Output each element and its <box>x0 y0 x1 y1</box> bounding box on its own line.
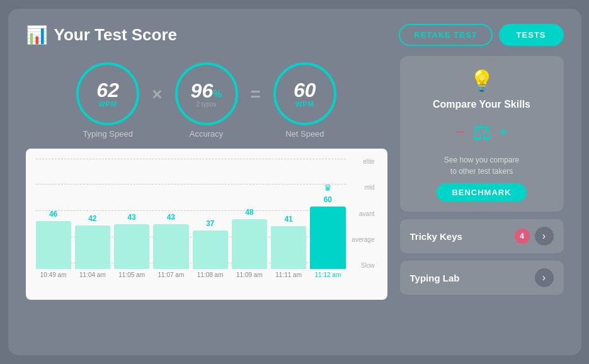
bar-4 <box>193 230 228 269</box>
wpm-label: Typing Speed <box>83 129 133 139</box>
retake-test-button[interactable]: RETAKE TEST <box>399 24 492 46</box>
bar-7 <box>310 207 345 269</box>
x-label-0: 10:49 am <box>36 271 71 278</box>
compare-description: See how you compareto other test takers <box>444 154 519 177</box>
main-card: 📊 Your Test Score RETAKE TEST TESTS 62 W… <box>8 9 581 355</box>
scale-icon: ⚖ <box>472 119 492 145</box>
bar-group-3: 43 <box>153 199 188 269</box>
header-buttons: RETAKE TEST TESTS <box>399 24 563 46</box>
bar-value-7: 60 <box>324 195 332 204</box>
bar-value-6: 41 <box>284 215 292 224</box>
typing-lab-row: Typing Lab › <box>400 261 564 295</box>
score-row: 62 WPM Typing Speed × 96 % 2 typos <box>26 56 387 139</box>
bar-2 <box>114 224 149 269</box>
tricky-keys-badge: 4 <box>515 229 530 244</box>
tricky-keys-row: Tricky Keys 4 › <box>400 219 564 253</box>
right-panel: 💡 Compare Your Skills − ⚖ + See how you … <box>400 56 564 300</box>
equals-operator: = <box>251 84 261 105</box>
chart-bars: 46424343374841♛60 <box>36 159 377 269</box>
bar-group-6: 41 <box>271 201 306 269</box>
tricky-keys-arrow[interactable]: › <box>535 227 554 246</box>
bar-0 <box>36 221 71 269</box>
accuracy-typos: 2 typos <box>196 101 216 108</box>
compare-scale: − ⚖ + <box>456 119 508 145</box>
net-label: Net Speed <box>285 129 324 139</box>
bar-3 <box>153 224 188 269</box>
wpm-value: 62 <box>96 80 119 100</box>
x-label-5: 11:09 am <box>232 271 267 278</box>
accuracy-pct: % <box>213 89 222 100</box>
bar-value-3: 43 <box>167 213 175 222</box>
bar-group-1: 42 <box>75 200 110 269</box>
x-label-4: 11:08 am <box>193 271 228 278</box>
net-value: 60 <box>294 80 316 100</box>
bar-6 <box>271 226 306 269</box>
typing-lab-arrow[interactable]: › <box>535 268 554 287</box>
wpm-unit: WPM <box>98 100 117 108</box>
accuracy-score-item: 96 % 2 typos Accuracy <box>175 62 238 139</box>
bar-value-5: 48 <box>245 208 253 217</box>
bar-value-0: 46 <box>49 210 57 219</box>
tests-button[interactable]: TESTS <box>499 24 564 46</box>
bar-group-2: 43 <box>114 199 149 269</box>
tricky-keys-label: Tricky Keys <box>410 231 462 242</box>
bar-group-7: ♛60 <box>310 183 345 269</box>
multiply-operator: × <box>152 84 162 105</box>
minus-icon: − <box>456 124 464 140</box>
chart-container: elite mid avant average Slow 46424343374… <box>26 149 387 300</box>
accuracy-number: 96 % <box>191 81 222 101</box>
compare-card: 💡 Compare Your Skills − ⚖ + See how you … <box>400 56 564 212</box>
left-panel: 62 WPM Typing Speed × 96 % 2 typos <box>26 56 387 300</box>
x-label-7: 11:12 am <box>310 271 345 278</box>
net-unit: WPM <box>295 100 314 108</box>
bar-value-4: 37 <box>206 219 214 228</box>
tricky-keys-right: 4 › <box>515 227 554 246</box>
lightbulb-icon: 💡 <box>469 69 495 93</box>
net-score-item: 60 WPM Net Speed <box>273 62 336 139</box>
x-label-3: 11:07 am <box>153 271 188 278</box>
typing-lab-right: › <box>535 268 554 287</box>
x-label-1: 11:04 am <box>75 271 110 278</box>
bar-group-5: 48 <box>232 194 267 269</box>
wpm-score-item: 62 WPM Typing Speed <box>76 62 139 139</box>
bar-group-4: 37 <box>193 205 228 269</box>
benchmark-button[interactable]: BENCHMARK <box>437 183 526 202</box>
speedometer-icon: 📊 <box>26 25 48 45</box>
chart-x-labels: 10:49 am11:04 am11:05 am11:07 am11:08 am… <box>36 271 377 278</box>
typing-lab-label: Typing Lab <box>410 273 460 283</box>
x-label-6: 11:11 am <box>271 271 306 278</box>
page-title: 📊 Your Test Score <box>26 25 178 45</box>
compare-title: Compare Your Skills <box>433 99 530 110</box>
bar-value-1: 42 <box>88 214 96 223</box>
net-circle: 60 WPM <box>273 62 336 125</box>
accuracy-label: Accuracy <box>190 129 223 139</box>
accuracy-value: 96 <box>191 81 214 101</box>
accuracy-circle: 96 % 2 typos <box>175 62 238 125</box>
plus-icon: + <box>500 124 508 140</box>
main-content: 62 WPM Typing Speed × 96 % 2 typos <box>26 56 564 300</box>
x-label-2: 11:05 am <box>114 271 149 278</box>
crown-icon: ♛ <box>324 183 332 193</box>
header: 📊 Your Test Score RETAKE TEST TESTS <box>26 24 564 46</box>
wpm-circle: 62 WPM <box>76 62 139 125</box>
bar-value-2: 43 <box>127 213 135 222</box>
bar-5 <box>232 219 267 269</box>
bar-1 <box>75 225 110 269</box>
bar-group-0: 46 <box>36 196 71 269</box>
